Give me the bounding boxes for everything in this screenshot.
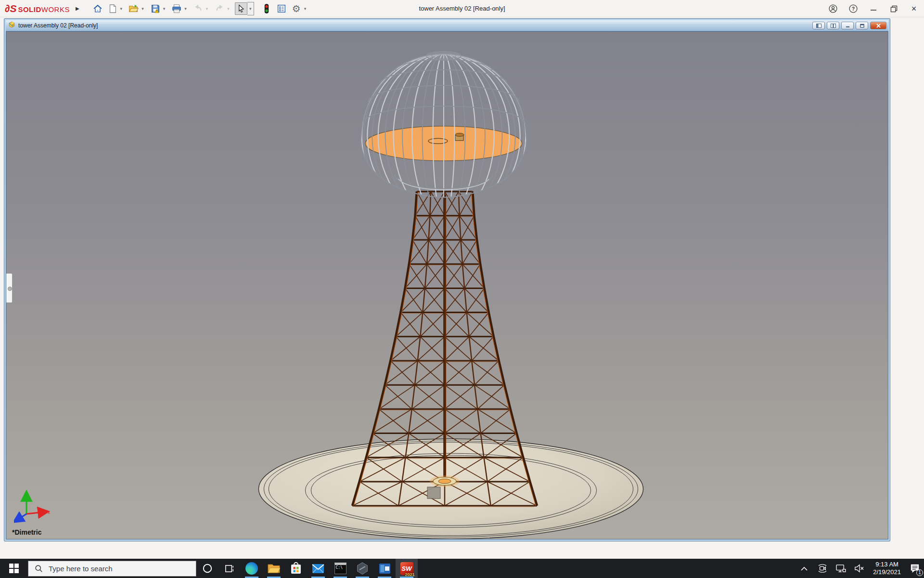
base-platform bbox=[258, 439, 643, 539]
clock-date: 2/19/2021 bbox=[873, 568, 901, 576]
clock-time: 9:13 AM bbox=[873, 561, 901, 568]
open-folder-icon bbox=[128, 2, 140, 15]
file-properties-button[interactable] bbox=[275, 1, 288, 16]
hidden-icons-chevron[interactable] bbox=[795, 559, 813, 578]
home-button[interactable] bbox=[91, 1, 104, 16]
document-title: tower Assembly 02 [Read-only] bbox=[18, 22, 98, 29]
split-vertical-button[interactable] bbox=[827, 22, 839, 29]
file-properties-icon bbox=[275, 2, 288, 15]
minimize-button[interactable] bbox=[868, 3, 879, 14]
triad-x-axis bbox=[26, 512, 44, 514]
undo-icon bbox=[192, 2, 205, 15]
task-view-icon bbox=[225, 564, 235, 574]
svg-text:?: ? bbox=[852, 6, 855, 12]
options-gear-icon: ⚙ bbox=[290, 2, 303, 15]
edge-icon bbox=[245, 562, 258, 575]
action-center-button[interactable]: 1 bbox=[906, 559, 924, 578]
microsoft-store-icon bbox=[290, 562, 302, 575]
solidworks-logo: ∂S SOLID WORKS bbox=[5, 3, 70, 14]
print-dropdown-caret[interactable]: ▾ bbox=[184, 6, 187, 11]
document-close-button[interactable] bbox=[870, 22, 886, 29]
taskbar-app-mail[interactable] bbox=[307, 559, 329, 578]
document-titlebar[interactable]: tower Assembly 02 [Read-only] bbox=[6, 20, 888, 31]
save-button[interactable]: ▾ bbox=[149, 1, 169, 16]
new-document-icon bbox=[106, 2, 119, 15]
taskbar-app-microsoft-store[interactable] bbox=[285, 559, 307, 578]
open-button[interactable]: ▾ bbox=[127, 1, 147, 16]
rebuild-button[interactable] bbox=[260, 1, 273, 16]
select-cursor-icon bbox=[235, 2, 247, 15]
app-titlebar: ∂S SOLID WORKS ▶ ▾ ▾ ▾ bbox=[0, 0, 924, 17]
taskbar-app-solidworks[interactable]: SW 2021 bbox=[396, 559, 418, 578]
restore-button[interactable] bbox=[888, 3, 899, 14]
open-dropdown-caret[interactable]: ▾ bbox=[141, 6, 144, 11]
rebuild-traffic-light-icon bbox=[260, 2, 273, 15]
options-button[interactable]: ⚙ ▾ bbox=[290, 1, 310, 16]
save-icon bbox=[149, 2, 162, 15]
redo-icon bbox=[213, 2, 226, 15]
feature-tree-collapsed-tab[interactable] bbox=[6, 273, 13, 303]
notification-badge: 1 bbox=[916, 569, 923, 576]
taskbar-search-input[interactable]: Type here to search bbox=[28, 561, 196, 577]
quick-access-toolbar: ▾ ▾ ▾ ▾ ▾ bbox=[91, 1, 311, 16]
document-window: tower Assembly 02 [Read-only] bbox=[4, 18, 890, 541]
options-dropdown-caret[interactable]: ▾ bbox=[304, 6, 307, 11]
undo-button[interactable]: ▾ bbox=[192, 1, 212, 16]
tower-assembly-model[interactable] bbox=[6, 32, 888, 539]
select-dropdown-caret: ▾ bbox=[249, 6, 252, 11]
windows-taskbar: Type here to search C:\ SW 2021 bbox=[0, 559, 924, 578]
breadcrumb-expand-icon[interactable]: ▶ bbox=[76, 6, 79, 11]
help-icon[interactable]: ? bbox=[848, 3, 859, 14]
search-placeholder-text: Type here to search bbox=[49, 565, 113, 573]
taskbar-app-utility[interactable] bbox=[351, 559, 373, 578]
triad-z-axis bbox=[17, 514, 26, 520]
undo-dropdown-caret[interactable]: ▾ bbox=[206, 6, 208, 11]
solidworks-app-icon: SW 2021 bbox=[400, 562, 413, 575]
new-dropdown-caret[interactable]: ▾ bbox=[120, 6, 123, 11]
redo-dropdown-caret[interactable]: ▾ bbox=[227, 6, 230, 11]
brand-name-light: WORKS bbox=[41, 5, 70, 13]
taskbar-app-microsoft-edge[interactable] bbox=[241, 559, 263, 578]
account-icon[interactable] bbox=[828, 3, 838, 14]
taskbar-app-media[interactable] bbox=[373, 559, 396, 578]
cortana-icon bbox=[202, 563, 213, 574]
document-restore-button[interactable] bbox=[856, 22, 868, 29]
graphics-viewport[interactable]: x *Dimetric bbox=[6, 31, 888, 539]
view-orientation-label: *Dimetric bbox=[12, 528, 41, 536]
triad-x-label: x bbox=[48, 510, 50, 515]
taskbar-app-command-prompt[interactable]: C:\ bbox=[329, 559, 351, 578]
split-horizontal-button[interactable] bbox=[812, 22, 825, 29]
dome-cupola bbox=[361, 52, 526, 219]
assembly-icon bbox=[8, 21, 16, 30]
taskbar-clock[interactable]: 9:13 AM 2/19/2021 bbox=[868, 561, 906, 576]
volume-muted-icon[interactable] bbox=[850, 559, 868, 578]
file-explorer-icon bbox=[268, 563, 280, 574]
windows-logo-icon bbox=[9, 563, 19, 574]
document-minimize-button[interactable] bbox=[841, 22, 854, 29]
print-button[interactable]: ▾ bbox=[170, 1, 190, 16]
app-window-title: tower Assembly 02 [Read-only] bbox=[419, 5, 505, 12]
brand-name-bold: SOLID bbox=[18, 5, 41, 13]
command-prompt-icon: C:\ bbox=[334, 563, 346, 574]
select-dropdown[interactable]: ▾ bbox=[247, 2, 254, 15]
select-tool-button[interactable]: ▾ bbox=[234, 1, 255, 16]
start-button[interactable] bbox=[0, 559, 28, 578]
solidworks-logo-icon: ∂S bbox=[5, 3, 16, 14]
close-button[interactable]: × bbox=[909, 3, 919, 14]
taskbar-app-file-explorer[interactable] bbox=[263, 559, 285, 578]
solidworks-version-badge: 2021 bbox=[405, 572, 414, 577]
media-app-icon bbox=[379, 563, 391, 575]
hexagon-app-icon bbox=[356, 562, 369, 575]
orientation-triad: x bbox=[14, 490, 52, 527]
system-tray: 9:13 AM 2/19/2021 1 bbox=[795, 559, 924, 578]
titlebar-controls: ? × bbox=[828, 0, 919, 17]
home-icon bbox=[91, 2, 104, 15]
save-dropdown-caret[interactable]: ▾ bbox=[163, 6, 166, 11]
search-icon bbox=[35, 565, 43, 573]
new-document-button[interactable]: ▾ bbox=[106, 1, 126, 16]
cortana-button[interactable] bbox=[196, 559, 218, 578]
meet-now-icon[interactable] bbox=[813, 559, 832, 578]
task-view-button[interactable] bbox=[218, 559, 241, 578]
redo-button[interactable]: ▾ bbox=[213, 1, 233, 16]
network-icon[interactable] bbox=[832, 559, 850, 578]
